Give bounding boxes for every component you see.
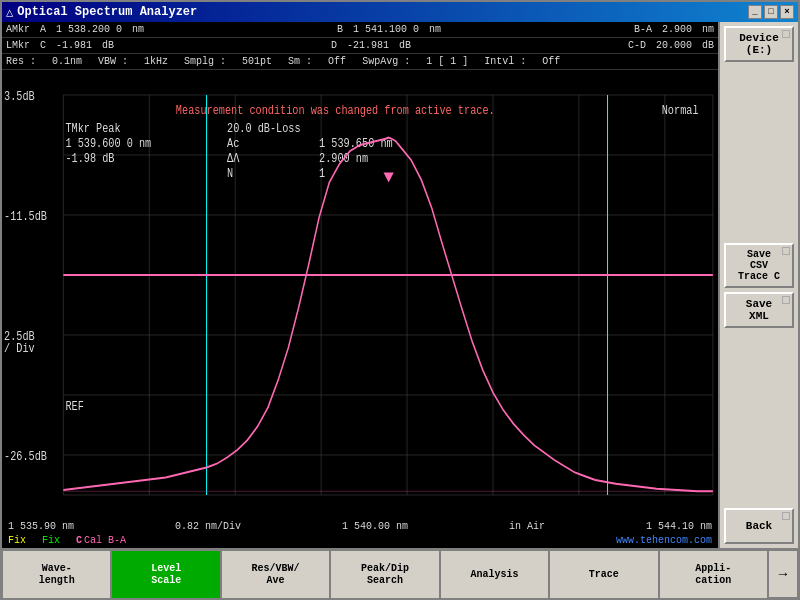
level-scale-label: LevelScale bbox=[151, 563, 181, 587]
smplg-label: Smplg : bbox=[184, 56, 226, 67]
vbw-value: 1kHz bbox=[144, 56, 168, 67]
sm-label: Sm : bbox=[288, 56, 312, 67]
toolbar-peak-dip[interactable]: Peak/DipSearch bbox=[330, 550, 439, 598]
website-url: www.tehencom.com bbox=[616, 535, 712, 546]
toolbar-level-scale[interactable]: LevelScale bbox=[111, 550, 220, 598]
cd-value: 20.000 bbox=[656, 40, 692, 51]
window-controls: _ □ × bbox=[748, 5, 794, 19]
swpavg-value: 1 [ 1 ] bbox=[426, 56, 468, 67]
wavelength-label: Wave-length bbox=[39, 563, 75, 587]
toolbar-analysis[interactable]: Analysis bbox=[440, 550, 549, 598]
ba-label: B-A bbox=[634, 24, 652, 35]
marker-info-bar2: LMkr C -1.981 dB D -21.981 dB C-D 20.000… bbox=[2, 38, 718, 54]
save-csv-label: SaveCSVTrace C bbox=[738, 249, 780, 282]
swpavg-label: SwpAvg : bbox=[362, 56, 410, 67]
peak-dip-label: Peak/DipSearch bbox=[361, 563, 409, 587]
a-label: A bbox=[40, 24, 46, 35]
toolbar-wavelength[interactable]: Wave-length bbox=[2, 550, 111, 598]
maximize-button[interactable]: □ bbox=[764, 5, 778, 19]
sidebar: Device(E:) SaveCSVTrace C SaveXML Back bbox=[718, 22, 798, 548]
svg-text:3.5dB: 3.5dB bbox=[4, 89, 35, 103]
svg-text:-26.5dB: -26.5dB bbox=[4, 449, 47, 463]
d-value: -21.981 bbox=[347, 40, 389, 51]
b-unit: nm bbox=[429, 24, 441, 35]
plot-area: AMkr A 1 538.200 0 nm B 1 541.100 0 nm B… bbox=[2, 22, 718, 548]
marker-info-bar: AMkr A 1 538.200 0 nm B 1 541.100 0 nm B… bbox=[2, 22, 718, 38]
c-unit: dB bbox=[102, 40, 114, 51]
d-unit: dB bbox=[399, 40, 411, 51]
minimize-button[interactable]: _ bbox=[748, 5, 762, 19]
svg-text:ΔΛ: ΔΛ bbox=[227, 152, 239, 166]
save-xml-label: SaveXML bbox=[746, 298, 772, 322]
toolbar-application[interactable]: Appli-cation bbox=[659, 550, 768, 598]
svg-text:1 539.650  nm: 1 539.650 nm bbox=[319, 137, 393, 151]
svg-text:20.0  dB-Loss: 20.0 dB-Loss bbox=[227, 122, 301, 136]
back-button[interactable]: Back bbox=[724, 508, 794, 544]
x-left: 1 535.90 nm bbox=[8, 521, 74, 532]
b-value: 1 541.100 0 bbox=[353, 24, 419, 35]
close-button[interactable]: × bbox=[780, 5, 794, 19]
app-container: △ Optical Spectrum Analyzer _ □ × AMkr A… bbox=[0, 0, 800, 600]
toolbar-arrow-button[interactable]: → bbox=[768, 550, 798, 598]
res-vbw-label: Res/VBW/Ave bbox=[252, 563, 300, 587]
cal-label: Cal B-A bbox=[84, 535, 126, 546]
ba-unit: nm bbox=[702, 24, 714, 35]
c-label: C bbox=[40, 40, 46, 51]
svg-text:REF: REF bbox=[65, 399, 84, 413]
cal-icon: C bbox=[76, 535, 82, 546]
svg-text:-11.5dB: -11.5dB bbox=[4, 209, 47, 223]
x-center: 1 540.00 nm bbox=[342, 521, 408, 532]
analysis-label: Analysis bbox=[470, 569, 518, 581]
app-icon: △ bbox=[6, 5, 13, 20]
amkr-label: AMkr bbox=[6, 24, 30, 35]
back-label: Back bbox=[746, 520, 772, 532]
trace-label: Trace bbox=[589, 569, 619, 581]
toolbar-res-vbw[interactable]: Res/VBW/Ave bbox=[221, 550, 330, 598]
d-label: D bbox=[331, 40, 337, 51]
res-value: 0.1nm bbox=[52, 56, 82, 67]
lmkr-label: LMkr bbox=[6, 40, 30, 51]
svg-text:1: 1 bbox=[319, 167, 325, 181]
intvl-label: Intvl : bbox=[484, 56, 526, 67]
save-csv-button[interactable]: SaveCSVTrace C bbox=[724, 243, 794, 288]
cd-unit: dB bbox=[702, 40, 714, 51]
device-label: Device(E:) bbox=[739, 32, 779, 56]
svg-text:TMkr  Peak: TMkr Peak bbox=[65, 122, 120, 136]
title-bar: △ Optical Spectrum Analyzer _ □ × bbox=[2, 2, 798, 22]
app-title: Optical Spectrum Analyzer bbox=[17, 5, 197, 19]
res-label: Res : bbox=[6, 56, 36, 67]
vbw-label: VBW : bbox=[98, 56, 128, 67]
svg-text:Ac: Ac bbox=[227, 137, 239, 151]
x-medium: in Air bbox=[509, 521, 545, 532]
fix1-label: Fix bbox=[8, 535, 26, 546]
arrow-icon: → bbox=[779, 566, 787, 582]
cd-label: C-D bbox=[628, 40, 646, 51]
svg-text:1 539.600 0  nm: 1 539.600 0 nm bbox=[65, 137, 151, 151]
c-value: -1.981 bbox=[56, 40, 92, 51]
settings-bar: Res : 0.1nm VBW : 1kHz Smplg : 501pt Sm … bbox=[2, 54, 718, 70]
toolbar-trace[interactable]: Trace bbox=[549, 550, 658, 598]
bottom-status-bar: Fix Fix C Cal B-A www.tehencom.com bbox=[2, 533, 718, 548]
svg-text:/ Div: / Div bbox=[4, 342, 35, 356]
svg-text:Measurement condition was chan: Measurement condition was changed from a… bbox=[176, 103, 495, 117]
save-xml-button[interactable]: SaveXML bbox=[724, 292, 794, 328]
ba-value: 2.900 bbox=[662, 24, 692, 35]
x-axis-labels: 1 535.90 nm 0.82 nm/Div 1 540.00 nm in A… bbox=[2, 520, 718, 533]
device-button[interactable]: Device(E:) bbox=[724, 26, 794, 62]
x-right: 1 544.10 nm bbox=[646, 521, 712, 532]
spectrum-svg: 3.5dB -11.5dB 2.5dB / Div -26.5dB REF Me… bbox=[2, 70, 718, 520]
x-div: 0.82 nm/Div bbox=[175, 521, 241, 532]
svg-text:Normal: Normal bbox=[662, 103, 699, 117]
svg-text:N: N bbox=[227, 167, 233, 181]
spectrum-plot: 3.5dB -11.5dB 2.5dB / Div -26.5dB REF Me… bbox=[2, 70, 718, 520]
fix2-label: Fix bbox=[42, 535, 60, 546]
svg-text:-1.98  dB: -1.98 dB bbox=[65, 152, 114, 166]
bottom-toolbar: Wave-length LevelScale Res/VBW/Ave Peak/… bbox=[2, 548, 798, 598]
a-value: 1 538.200 0 bbox=[56, 24, 122, 35]
sm-value: Off bbox=[328, 56, 346, 67]
intvl-value: Off bbox=[542, 56, 560, 67]
b-label: B bbox=[337, 24, 343, 35]
application-label: Appli-cation bbox=[695, 563, 731, 587]
a-unit: nm bbox=[132, 24, 144, 35]
smplg-value: 501pt bbox=[242, 56, 272, 67]
